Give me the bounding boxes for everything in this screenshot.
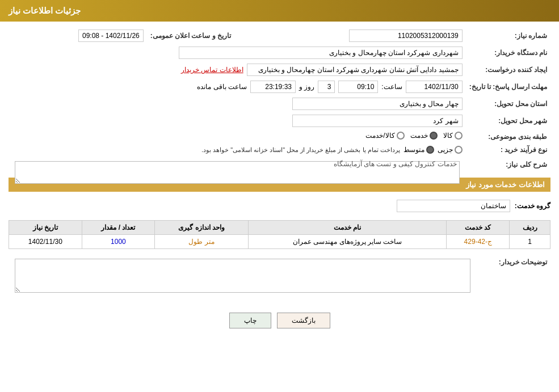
col-service-code: کد خدمت <box>447 221 510 235</box>
cell-quantity: 1000 <box>82 235 155 249</box>
province-value: چهار محال و بختیاری <box>292 98 463 110</box>
page-title: جزئیات اطلاعات نیاز <box>9 6 81 15</box>
radio-jazvi-icon <box>455 146 463 154</box>
days-value: 3 <box>318 81 335 93</box>
creator-label: ایجاد کننده درخواست: <box>466 61 550 78</box>
remaining-value: 23:19:33 <box>250 81 296 93</box>
remaining-label: ساعت باقی مانده <box>197 83 247 91</box>
buyer-org-value: شهرداری شهرکرد استان چهارمحال و بختیاری <box>179 47 463 59</box>
cell-date: 1402/11/30 <box>9 235 82 249</box>
col-row-num: ردیف <box>510 221 550 235</box>
process-label: نوع فرآیند خرید : <box>466 144 550 156</box>
col-unit: واحد اندازه گیری <box>155 221 249 235</box>
radio-kala-icon <box>455 132 463 140</box>
send-deadline-label: مهلت ارسال پاسخ: تا تاریخ: <box>466 78 550 95</box>
process-jazvi-label: جزیی <box>438 146 453 154</box>
need-number-label: شماره نیاز: <box>466 27 550 44</box>
cell-service-code: ج-42-429 <box>447 235 510 249</box>
announcement-label: تاریخ و ساعت اعلان عمومی: <box>147 27 234 44</box>
col-service-name: نام خدمت <box>248 221 446 235</box>
category-khadamat[interactable]: خدمت <box>410 132 438 140</box>
buyer-desc-label: توضیحات خریدار: <box>477 254 550 300</box>
buyer-org-label: نام دستگاه خریدار: <box>466 44 550 61</box>
cell-service-name: ساخت سایر پروژه‌های مهندسی عمران <box>248 235 446 249</box>
services-table: ردیف کد خدمت نام خدمت واحد اندازه گیری ت… <box>9 220 550 249</box>
city-value: شهر کرد <box>292 115 463 127</box>
col-date: تاریخ نیاز <box>9 221 82 235</box>
need-desc-textarea[interactable] <box>15 161 460 184</box>
page-header: جزئیات اطلاعات نیاز <box>0 0 559 22</box>
category-label: طبقه بندی موضوعی: <box>466 129 550 144</box>
process-jazvi[interactable]: جزیی <box>438 146 463 154</box>
bottom-buttons: بازگشت چاپ <box>9 304 550 337</box>
send-date-value: 1402/11/30 <box>406 81 463 93</box>
category-radio-group: کالا خدمت کالا/خدمت <box>365 132 462 140</box>
send-time-label: ساعت: <box>381 83 402 91</box>
group-service-label: گروه خدمت: <box>515 202 550 210</box>
category-kala-label: کالا <box>443 132 453 140</box>
radio-motavaset-icon <box>426 146 434 154</box>
province-label: استان محل تحویل: <box>466 95 550 112</box>
process-motavaset[interactable]: متوسط <box>404 146 434 154</box>
announcement-value: 1402/11/26 - 09:08 <box>78 29 144 42</box>
print-button[interactable]: چاپ <box>229 313 271 328</box>
category-kala-khadamat-label: کالا/خدمت <box>365 132 394 140</box>
radio-khadamat-icon <box>430 132 438 140</box>
category-kala-khadamat[interactable]: کالا/خدمت <box>365 132 404 140</box>
table-row: 1 ج-42-429 ساخت سایر پروژه‌های مهندسی عم… <box>9 235 550 249</box>
category-khadamat-label: خدمت <box>410 132 428 140</box>
contact-link[interactable]: اطلاعات تماس خریدار <box>181 66 243 74</box>
col-quantity: تعداد / مقدار <box>82 221 155 235</box>
need-desc-label: شرح کلی نیاز: <box>466 156 550 173</box>
buyer-desc-textarea[interactable] <box>15 259 470 293</box>
cell-row-num: 1 <box>510 235 550 249</box>
city-label: شهر محل تحویل: <box>466 112 550 129</box>
radio-kala-khadamat-icon <box>397 132 405 140</box>
back-button[interactable]: بازگشت <box>277 313 330 328</box>
days-label: روز و <box>299 83 314 91</box>
cell-unit: متر طول <box>155 235 249 249</box>
category-kala[interactable]: کالا <box>443 132 463 140</box>
process-desc: پرداخت تمام یا بخشی از مبلغ خریدار از مح… <box>201 146 400 154</box>
group-service-value: ساختمان <box>397 200 510 212</box>
process-motavaset-label: متوسط <box>404 146 424 154</box>
send-time-value: 09:10 <box>338 81 378 93</box>
need-number-value: 1102005312000139 <box>349 29 463 42</box>
creator-value: جمشید دادایی آتش نشان شهرداری شهرکرد است… <box>247 64 463 76</box>
